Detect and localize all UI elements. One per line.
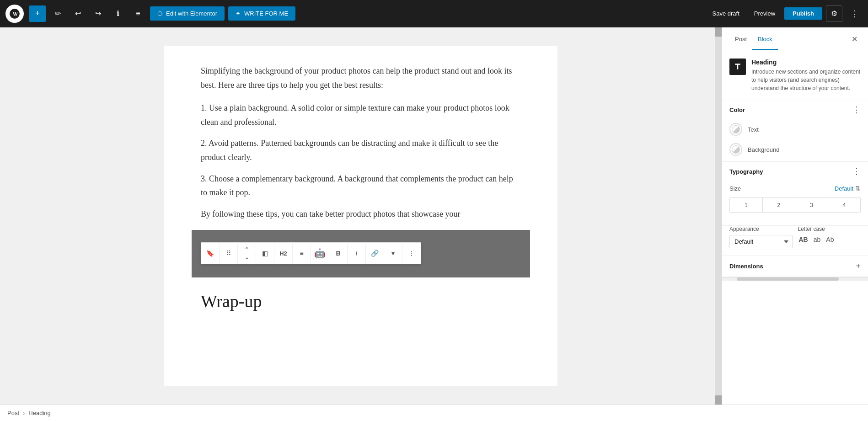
add-block-button[interactable]: + xyxy=(29,5,46,22)
appearance-col: Appearance Default xyxy=(729,226,793,248)
paragraph-2[interactable]: By following these tips, you can take be… xyxy=(201,207,521,221)
typography-content: Size Default ⇅ 1 2 3 4 xyxy=(722,181,868,225)
letter-case-col: Letter case AB ab Ab xyxy=(798,226,861,244)
letter-case-options: AB ab Ab xyxy=(798,235,861,244)
scroll-down-button[interactable] xyxy=(715,395,722,405)
tab-block[interactable]: Block xyxy=(752,29,778,50)
letter-case-label: Letter case xyxy=(798,226,861,232)
appearance-label: Appearance xyxy=(729,226,793,232)
size-step-2[interactable]: 2 xyxy=(763,198,796,212)
preview-button[interactable]: Preview xyxy=(749,7,781,20)
right-panel: Post Block ✕ Heading Introduce new secti… xyxy=(722,27,868,405)
block-align-button[interactable]: ◧ xyxy=(256,242,274,264)
size-step-3[interactable]: 3 xyxy=(795,198,828,212)
size-row: Size Default ⇅ xyxy=(729,185,861,192)
save-draft-button[interactable]: Save draft xyxy=(707,7,745,20)
info-button[interactable]: ℹ xyxy=(110,5,126,22)
color-section-title: Color xyxy=(729,107,745,113)
block-heading-level-button[interactable]: H2 xyxy=(274,242,293,264)
redo-button[interactable]: ↪ xyxy=(90,5,106,22)
wp-logo-icon[interactable] xyxy=(5,5,24,23)
appearance-section: Appearance Default Letter case AB ab Ab xyxy=(722,226,868,256)
text-color-swatch[interactable] xyxy=(729,123,742,136)
background-color-label: Background xyxy=(748,146,779,153)
breadcrumb-separator: › xyxy=(23,410,25,416)
topbar: + ✏ ↩ ↪ ℹ ≡ ⬡ Edit with Elementor ✦ WRIT… xyxy=(0,0,868,27)
text-color-row: Text xyxy=(722,119,868,139)
bottom-bar: Post › Heading xyxy=(0,405,868,421)
dimensions-header[interactable]: Dimensions + xyxy=(722,256,868,277)
block-align-text-button[interactable]: ≡ xyxy=(293,242,311,264)
dimensions-section-title: Dimensions xyxy=(729,263,763,270)
panel-horizontal-scrollbar[interactable] xyxy=(722,277,868,281)
block-avatar-button[interactable]: 🤖 xyxy=(311,242,329,264)
size-adjust-button[interactable]: ⇅ xyxy=(855,185,861,192)
block-italic-button[interactable]: I xyxy=(348,242,366,264)
write-button-label: WRITE FOR ME xyxy=(244,10,288,17)
block-info: Heading Introduce new sections and organ… xyxy=(722,51,868,100)
typography-section-title: Typography xyxy=(729,168,763,175)
block-link-button[interactable]: 🔗 xyxy=(366,242,384,264)
dimensions-add-button[interactable]: + xyxy=(856,261,861,271)
write-icon: ✦ xyxy=(236,10,241,17)
write-for-me-button[interactable]: ✦ WRITE FOR ME xyxy=(228,6,295,21)
size-value: Default ⇅ xyxy=(835,185,861,192)
list-item-3[interactable]: 3. Choose a complementary background. A … xyxy=(201,172,521,200)
panel-scroll-thumb[interactable] xyxy=(737,277,839,281)
letter-case-uppercase-button[interactable]: AB xyxy=(798,235,809,244)
color-section-options[interactable]: ⋮ xyxy=(852,106,861,114)
tools-button[interactable]: ✏ xyxy=(49,5,66,22)
size-step-1[interactable]: 1 xyxy=(730,198,763,212)
publish-button[interactable]: Publish xyxy=(784,7,822,20)
tab-post[interactable]: Post xyxy=(729,29,752,50)
size-default-text: Default xyxy=(835,185,853,192)
elementor-button-label: Edit with Elementor xyxy=(166,10,217,17)
block-drag-button[interactable]: ⠿ xyxy=(220,242,238,264)
block-heading-icon xyxy=(729,59,746,75)
text-color-label: Text xyxy=(748,126,759,133)
paragraph-1[interactable]: Simplifying the background of your produ… xyxy=(201,64,521,92)
background-color-swatch[interactable] xyxy=(729,143,742,156)
block-bold-button[interactable]: B xyxy=(329,242,348,264)
undo-button[interactable]: ↩ xyxy=(70,5,86,22)
letter-case-capitalize-button[interactable]: Ab xyxy=(825,235,835,244)
block-bookmark-button[interactable]: 🔖 xyxy=(201,242,220,264)
breadcrumb-heading[interactable]: Heading xyxy=(28,410,50,416)
background-color-row: Background xyxy=(722,139,868,161)
breadcrumb-post[interactable]: Post xyxy=(7,410,19,416)
block-move-button[interactable]: ⌃⌄ xyxy=(238,242,256,264)
dimensions-section: Dimensions + xyxy=(722,256,868,277)
edit-with-elementor-button[interactable]: ⬡ Edit with Elementor xyxy=(150,6,225,21)
block-options-button[interactable]: ⋮ xyxy=(402,242,421,264)
size-step-4[interactable]: 4 xyxy=(828,198,861,212)
block-toolbar: 🔖 ⠿ ⌃⌄ ◧ H2 ≡ 🤖 B I 🔗 ▾ ⋮ xyxy=(201,242,421,264)
size-steps: 1 2 3 4 xyxy=(729,197,861,213)
list-view-button[interactable]: ≡ xyxy=(130,5,146,22)
typography-section-header[interactable]: Typography ⋮ xyxy=(722,162,868,181)
typography-section: Typography ⋮ Size Default ⇅ 1 2 3 4 xyxy=(722,162,868,226)
panel-header: Post Block ✕ xyxy=(722,27,868,51)
more-options-button[interactable]: ⋮ xyxy=(846,5,863,22)
letter-case-lowercase-button[interactable]: ab xyxy=(813,235,822,244)
wrap-up-heading[interactable]: Wrap-up xyxy=(201,287,521,316)
list-item-2[interactable]: 2. Avoid patterns. Patterned backgrounds… xyxy=(201,136,521,164)
scroll-up-button[interactable] xyxy=(715,27,722,37)
color-section-header[interactable]: Color ⋮ xyxy=(722,100,868,119)
elementor-icon: ⬡ xyxy=(157,10,162,17)
main-area: Simplifying the background of your produ… xyxy=(0,27,868,405)
list-item-1[interactable]: 1. Use a plain background. A solid color… xyxy=(201,101,521,129)
appearance-row: Appearance Default Letter case AB ab Ab xyxy=(722,226,868,256)
size-label: Size xyxy=(729,185,741,192)
block-description: Introduce new sections and organize cont… xyxy=(751,68,861,92)
typography-options[interactable]: ⋮ xyxy=(852,167,861,176)
block-more-formats-button[interactable]: ▾ xyxy=(384,242,402,264)
color-section: Color ⋮ Text Background xyxy=(722,100,868,162)
appearance-select[interactable]: Default xyxy=(729,235,793,248)
panel-close-button[interactable]: ✕ xyxy=(848,33,861,46)
editor-area[interactable]: Simplifying the background of your produ… xyxy=(0,27,722,405)
settings-button[interactable]: ⚙ xyxy=(826,5,842,22)
block-name-label: Heading xyxy=(751,59,861,66)
editor-content[interactable]: Simplifying the background of your produ… xyxy=(164,46,557,386)
editor-scrollbar[interactable] xyxy=(715,27,722,405)
